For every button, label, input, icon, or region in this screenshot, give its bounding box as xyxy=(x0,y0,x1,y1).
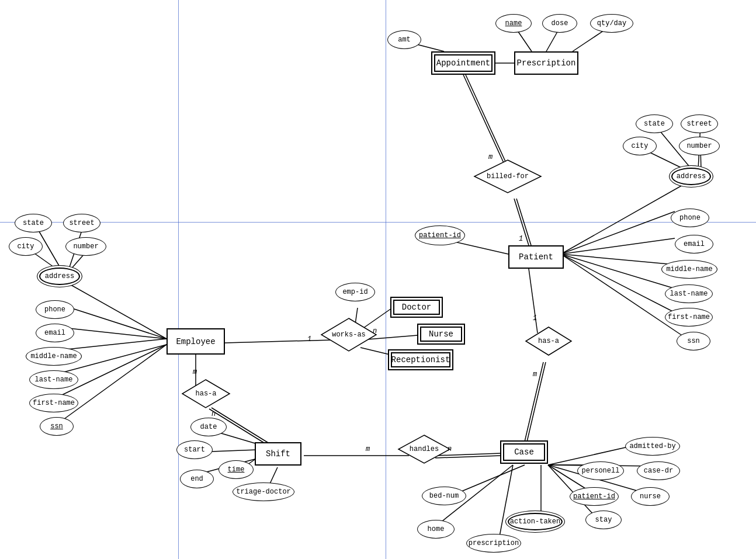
case-stay-attribute: stay xyxy=(585,511,622,529)
emp-street-attribute: street xyxy=(63,214,100,232)
has-a-employee-relationship: has-a xyxy=(181,379,231,409)
case-personell-attribute: personell xyxy=(577,461,624,480)
pat-address-attribute: address xyxy=(669,165,713,188)
case-home-attribute: home xyxy=(417,520,455,539)
svg-line-21 xyxy=(61,279,167,339)
svg-line-5 xyxy=(463,75,505,166)
shift-date-attribute: date xyxy=(190,418,227,436)
svg-line-44 xyxy=(270,467,278,484)
case-bednum-attribute: bed-num xyxy=(422,487,466,505)
emp-middlename-attribute: middle-name xyxy=(26,347,82,366)
case-actiontaken-attribute: action-taken xyxy=(505,511,565,533)
emp-lastname-attribute: last-name xyxy=(29,370,78,389)
hasa-emp-n-label: n xyxy=(211,410,216,418)
works-as-relationship: works-as xyxy=(320,317,377,352)
presc-dose-attribute: dose xyxy=(542,14,577,33)
billed-for-m-label: m xyxy=(488,153,493,161)
presc-qty-attribute: qty/day xyxy=(590,14,633,33)
emp-city-attribute: city xyxy=(9,237,43,256)
handles-n-label: n xyxy=(448,445,452,453)
svg-line-6 xyxy=(466,75,508,166)
pat-email-attribute: email xyxy=(675,235,713,254)
hasa-emp-m-label: m xyxy=(193,368,197,376)
shift-time-attribute: time xyxy=(219,460,254,479)
pat-firstname-attribute: first-name xyxy=(665,308,713,327)
pat-ssn-attribute: ssn xyxy=(677,332,710,350)
case-prescription-attribute: prescription xyxy=(466,534,521,553)
emp-id-attribute: emp-id xyxy=(335,283,375,301)
er-diagram-canvas: Appointment Prescription Patient Employe… xyxy=(0,0,756,559)
prescription-entity: Prescription xyxy=(514,51,578,75)
doctor-entity: Doctor xyxy=(390,297,443,318)
case-casedr-attribute: case-dr xyxy=(637,461,680,480)
grid-line-vertical-1 xyxy=(178,0,179,559)
svg-line-24 xyxy=(56,339,167,350)
pat-number-attribute: number xyxy=(679,137,720,155)
pat-phone-attribute: phone xyxy=(671,209,709,227)
patient-entity: Patient xyxy=(508,245,564,269)
pat-city-attribute: city xyxy=(623,137,657,155)
emp-phone-attribute: phone xyxy=(36,300,74,319)
pat-lastname-attribute: last-name xyxy=(665,284,713,303)
svg-line-13 xyxy=(561,254,675,289)
nurse-entity: Nurse xyxy=(417,324,465,345)
employee-entity: Employee xyxy=(167,328,225,355)
works-as-1-label: 1 xyxy=(307,335,311,343)
pat-state-attribute: state xyxy=(636,114,673,133)
emp-number-attribute: number xyxy=(65,237,106,256)
pat-middlename-attribute: middle-name xyxy=(661,260,717,279)
case-entity: Case xyxy=(500,440,548,464)
shift-start-attribute: start xyxy=(176,440,213,459)
case-admittedby-attribute: admitted-by xyxy=(625,437,680,456)
grid-line-vertical-2 xyxy=(386,0,386,559)
svg-line-11 xyxy=(561,238,675,254)
has-a-patient-relationship: has-a xyxy=(525,326,573,356)
patient-id-attribute: patient-id xyxy=(415,225,465,245)
shift-end-attribute: end xyxy=(180,470,214,488)
works-as-n-label: n xyxy=(373,327,377,335)
emp-ssn-attribute: ssn xyxy=(40,417,74,436)
emp-email-attribute: email xyxy=(36,324,74,342)
hasa-pat-1-label: 1 xyxy=(533,314,537,322)
shift-entity: Shift xyxy=(255,442,301,466)
emp-firstname-attribute: first-name xyxy=(29,394,78,412)
svg-line-48 xyxy=(529,269,537,333)
emp-address-attribute: address xyxy=(37,265,82,287)
appointment-entity: Appointment xyxy=(431,51,495,75)
billed-for-1-label: 1 xyxy=(519,235,523,243)
case-patientid-attribute: patient-id xyxy=(570,487,619,506)
handles-m-label: m xyxy=(366,445,370,453)
billed-for-relationship: billed-for xyxy=(473,159,542,194)
handles-relationship: handles xyxy=(397,434,451,464)
svg-line-32 xyxy=(225,340,333,343)
presc-name-attribute: name xyxy=(495,14,532,33)
amt-attribute: amt xyxy=(387,30,421,49)
svg-line-14 xyxy=(561,254,675,313)
hasa-pat-m-label: m xyxy=(533,370,537,379)
svg-line-12 xyxy=(561,254,675,265)
grid-line-horizontal xyxy=(0,222,756,223)
svg-line-10 xyxy=(561,211,675,254)
pat-street-attribute: street xyxy=(681,114,718,133)
emp-state-attribute: state xyxy=(15,214,52,232)
shift-triage-attribute: triage-doctor xyxy=(233,482,294,501)
receptionist-entity: Receptionist xyxy=(388,349,453,370)
case-nurse-attribute: nurse xyxy=(631,487,670,506)
